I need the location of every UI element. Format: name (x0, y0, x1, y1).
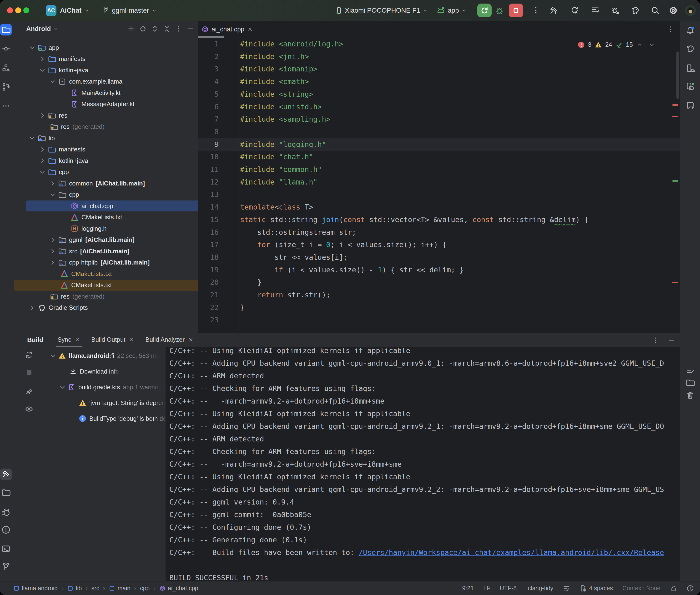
close-tab-icon[interactable] (188, 337, 194, 343)
tool-stripe-button-version-control[interactable] (0, 561, 12, 572)
rerun-button[interactable] (477, 4, 492, 18)
editor-scrollbar-thumb[interactable] (676, 51, 679, 99)
chevron-down-icon[interactable] (38, 168, 47, 176)
build-tree-item[interactable]: BuildType 'debug' is both de (77, 412, 167, 426)
close-tab-icon[interactable] (129, 337, 134, 343)
apply-changes-button[interactable] (570, 6, 579, 16)
breadcrumb-item-main[interactable]: main (109, 585, 130, 592)
project-selector[interactable]: AiChat (60, 0, 89, 21)
code-line-18[interactable]: 18 str << values[i]; (198, 251, 680, 263)
refresh-icon[interactable] (25, 350, 33, 359)
inspections-widget[interactable]: 3 24 15 (578, 41, 655, 48)
chevron-right-icon[interactable] (38, 111, 47, 119)
run-configuration-selector[interactable]: app (436, 0, 467, 21)
tool-stripe-button-gemini[interactable] (684, 100, 696, 111)
filter-eye-icon[interactable] (25, 405, 33, 413)
code-line-22[interactable]: 22} (198, 301, 680, 314)
editor-options-menu[interactable] (667, 25, 675, 33)
tool-stripe-button-device-manager[interactable] (684, 63, 696, 74)
line-ending[interactable]: LF (483, 585, 490, 592)
stop-button[interactable] (509, 4, 523, 18)
ok-stripe-mark[interactable] (672, 180, 678, 182)
project-tree-item-kotlin-java[interactable]: kotlin+java (12, 64, 224, 76)
user-avatar[interactable] (685, 5, 696, 16)
code-line-5[interactable]: 5#include <string> (198, 88, 680, 101)
tool-stripe-button-structure[interactable] (0, 62, 12, 74)
build-output-path-link[interactable]: /Users/hanyin/Workspace/ai-chat/examples… (359, 548, 664, 557)
tool-stripe-button-project-folder[interactable] (0, 24, 12, 35)
code-line-20[interactable]: 20 } (198, 276, 680, 289)
project-tree-item-cpp[interactable]: cpp (12, 166, 224, 178)
build-tree-item[interactable]: llama.android: fi22 sec, 583 ms (49, 348, 159, 363)
formatter-icon[interactable] (563, 585, 570, 592)
tool-stripe-button-scroll-to-end[interactable] (684, 377, 696, 388)
context-widget[interactable]: Context: None (622, 585, 661, 592)
build-tree-item[interactable]: 'jvmTarget: String' is deprec (77, 396, 165, 410)
breadcrumb-item-llama-android[interactable]: llama.android (13, 585, 58, 592)
next-problem-button[interactable] (648, 41, 655, 48)
chevron-down-icon[interactable] (38, 66, 47, 74)
problems-indicator-icon[interactable] (687, 585, 694, 592)
pin-icon[interactable] (25, 388, 33, 396)
build-tab-sync[interactable]: Sync (56, 333, 82, 347)
error-stripe-mark[interactable] (672, 116, 678, 117)
hide-panel-button[interactable] (187, 25, 194, 33)
build-console[interactable]: C/C++: -- Using KleidiAI optimized kerne… (166, 347, 680, 582)
tool-stripe-button-soft-wrap[interactable] (684, 365, 696, 376)
tool-stripe-button-terminal[interactable] (0, 543, 12, 555)
build-tree-item[interactable]: build.gradle.ktsapp 1 warning (58, 380, 162, 394)
chevron-down-icon[interactable] (49, 352, 57, 360)
tool-stripe-button-running-devices[interactable] (684, 81, 696, 92)
error-stripe-mark[interactable] (672, 282, 678, 283)
code-line-15[interactable]: 15static std::string join(const std::vec… (198, 213, 680, 226)
code-line-23[interactable]: 23 (198, 314, 680, 326)
breadcrumb-item-ai-chat-cpp[interactable]: ai_chat.cpp (159, 585, 198, 592)
chevron-right-icon[interactable] (49, 259, 57, 267)
tool-stripe-button-clear-all[interactable] (684, 390, 696, 401)
tool-stripe-button-pull-requests[interactable] (0, 81, 12, 93)
expand-all-button[interactable] (151, 25, 159, 33)
code-viewport[interactable]: 1#include <android/log.h>2#include <jni.… (198, 38, 680, 333)
close-tab-icon[interactable] (75, 337, 80, 343)
prev-problem-button[interactable] (636, 41, 643, 48)
minimize-window-button[interactable] (15, 7, 21, 13)
zoom-window-button[interactable] (23, 7, 29, 13)
code-line-6[interactable]: 6#include <unistd.h> (198, 101, 680, 113)
build-options-menu[interactable] (652, 336, 660, 344)
code-line-7[interactable]: 7#include <sampling.h> (198, 113, 680, 125)
chevron-right-icon[interactable] (28, 304, 36, 312)
tool-stripe-button-notifications[interactable] (684, 25, 696, 36)
project-tree-item-manifests[interactable]: manifests (12, 53, 224, 65)
chevron-down-icon[interactable] (58, 383, 66, 391)
error-stripe-mark[interactable] (672, 104, 678, 106)
add-button[interactable] (127, 25, 135, 33)
code-line-21[interactable]: 21 return str.str(); (198, 289, 680, 301)
build-tab-build-analyzer[interactable]: Build Analyzer (143, 333, 196, 347)
panel-options-menu[interactable] (175, 25, 183, 33)
hide-build-panel-button[interactable] (668, 336, 675, 344)
chevron-down-icon[interactable] (49, 191, 57, 199)
code-line-17[interactable]: 17 for (size_t i = 0; i < values.size();… (198, 238, 680, 251)
chevron-down-icon[interactable] (28, 44, 36, 52)
gradle-sync-button[interactable] (631, 6, 640, 16)
search-everywhere-button[interactable] (651, 6, 660, 16)
code-style-config[interactable]: .clang-tidy (526, 585, 553, 592)
indent-widget[interactable]: 4 spaces (580, 585, 613, 592)
profiler-button[interactable] (591, 6, 600, 16)
tool-stripe-button-more-tools[interactable] (0, 100, 12, 112)
vcs-branch-selector[interactable]: ggml-master (103, 0, 157, 21)
breadcrumb-item-lib[interactable]: lib (67, 585, 82, 592)
chevron-right-icon[interactable] (38, 145, 47, 153)
code-line-2[interactable]: 2#include <jni.h> (198, 50, 680, 63)
project-tree-item-manifests[interactable]: manifests (12, 144, 224, 155)
breadcrumb-item-cpp[interactable]: cpp (140, 585, 149, 592)
project-tree-item-app[interactable]: app (12, 42, 214, 53)
build-tab-build-output[interactable]: Build Output (89, 333, 136, 347)
build-project-button[interactable] (549, 6, 558, 16)
collapse-all-button[interactable] (163, 25, 171, 33)
code-line-10[interactable]: 10#include "chat.h" (198, 150, 680, 163)
code-line-11[interactable]: 11#include "common.h" (198, 163, 680, 176)
close-window-button[interactable] (7, 7, 13, 13)
attach-debugger-button[interactable] (611, 6, 620, 16)
project-view-selector[interactable]: Android (26, 25, 51, 33)
